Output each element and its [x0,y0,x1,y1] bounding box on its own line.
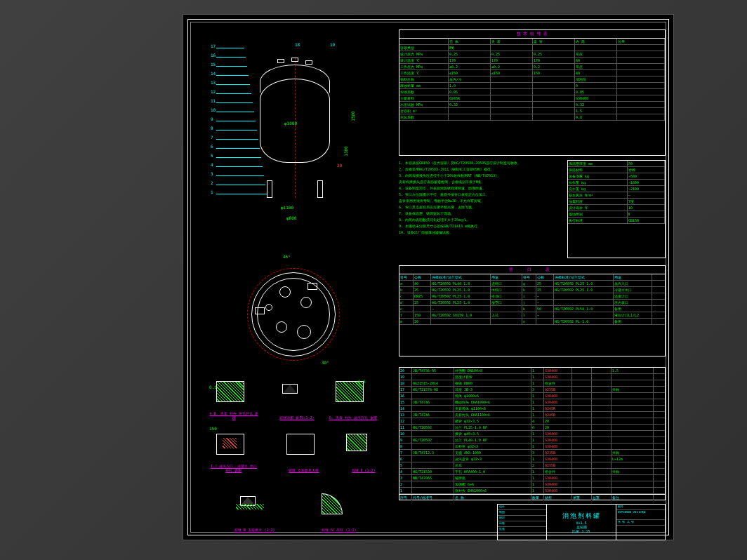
param-row: 设备净重 kg~580 [568,173,665,180]
detail-weld4-label: 焊缝 Ⅳ 吊耳 (1:2) [315,528,364,532]
callout-11: 11 [211,98,216,103]
callout-13: 13 [211,80,216,85]
parts-row: 11HG/T20592法兰 PL25-1.0 RF620 [399,425,665,431]
tb-page: 第 张 共 张 [616,520,665,526]
dim-phi-inner: φ1000 [284,121,297,126]
parts-row: 9HG/T20592法兰 PL40-1.0 RF1S30408 [399,437,665,444]
parts-row: 19温度计套管1S30408 [399,374,665,380]
nozzle-col: 用途 [614,274,652,280]
nozzle-col: 连接标准/法兰型式 [554,274,614,280]
parts-row: 10接管 φ45×3.51S30408 [399,431,665,437]
param-row: 场地类别Ⅱ [568,211,665,218]
tech-note-line: 5. 管口方位除图示平行、垂直外按管口表给定方位加工。 [399,192,560,198]
detail-ab-shape [216,381,244,402]
tech-note-line: 7. 设备保温层、铭牌安装于现场。 [399,211,560,217]
parts-row: 4HG/T21530手孔 HFA400-1.01组合件外购 [399,469,665,475]
tech-note-line: 3. 内筒焊接接头应进行不小于20%射线检测RT (NB/T47013)。 [399,173,560,179]
cad-viewport[interactable]: 1716151413121110987654321 φ1100 φ1000 φ8… [0,0,747,560]
detail-weld-1: 焊缝详图 参见Ⅰ(1:2) [272,378,322,420]
param-row: 充水重 kg~2100 [568,186,665,192]
tech-row: 工作温度 ℃≤150≤15015040 [399,70,665,76]
nozzle-table-header: 管 口 表 [399,266,665,274]
nozzle-col: 符号 [522,274,536,280]
detail-ij-label: I.J 蒸汽入口. 冷凝水 出口开孔 参图 [209,464,258,472]
callout-9: 9 [211,116,213,121]
param-row: 执行标准GB150 [568,218,665,224]
dim-phi-leg: φ800 [286,215,296,220]
signature-row: 批准 [498,527,546,533]
nozzle-table-columns: 符号公称连接标准/法兰型式用途符号公称连接标准/法兰型式用途 [399,274,665,281]
tech-row: 物料名称蒸汽/水消泡剂 [399,76,665,83]
tech-note-line: 6. 管口及支座焊后应打磨平整光滑，去除飞溅。 [399,204,560,211]
dim-6-5: 6.5 [358,379,366,384]
signature-row: 制图 [498,510,546,516]
detail-nameplate: 铭牌 支座参见大样 [279,430,329,472]
parts-col: 材料 [544,495,572,500]
dim-150: 150 [209,426,217,431]
title-block: 设计制图校对审核批准 消泡剂料罐 V=1.5 总装图 比例 1:15 图号 HG… [497,504,666,540]
callout-line-4 [216,166,263,167]
tech-col-header: 壳 体 夹 套 盘 管 内 筒 分类 [399,39,665,45]
tech-note-line: 夹套焊接接头进行表面渗透检测，合格级别不低于Ⅱ级。 [399,179,560,185]
tech-note-line: 2. 焊接采用HG/T20583-2011《钢制化工容器结构》规范。 [399,166,560,173]
nozzle-rows: a40HG/T20592 PL40-1.0进料口g25HG/T20592 PL2… [399,281,665,325]
detail-a-b: 0.5 A.B. 夹套 封头 管孔开孔 参图 [209,378,258,420]
parts-row: 3NB/T47065铭牌座1S30408 [399,475,665,481]
nozzle-row: m20 n HG/T20592 PL-1.0备用 [399,319,665,325]
parts-col: 数量 [531,495,544,500]
nozzle-row: cDN25HG/T20592 PL25-1.0排净口i— 温度计口 [399,293,665,300]
titleblock-meta: 图号 HGT20580-2011+B类 第 张 共 张 [616,505,665,540]
callout-19: 19 [330,42,335,47]
detail-weld3-label: 焊缝 Ⅲ 支座接大 (1:2) [230,528,279,532]
signature-row: 审核 [498,521,546,527]
plan-view: 45° 30° [237,258,350,371]
dim-height-2: 1300 [343,146,348,156]
plan-nozzle-a [279,286,291,298]
parts-row: 6蒸汽盘管 φ32×31S30408L≈12m [399,456,665,462]
titleblock-center: 消泡剂料罐 V=1.5 总装图 比例 1:15 [547,505,616,540]
parts-row: 18HG21515-2014视镜 DN801组合件 [399,380,665,387]
nozzle-col: 公称 [414,274,431,280]
tech-row: 腐蚀裕量 mm1.00 [399,83,665,89]
col-coil: 盘 管 [533,39,575,44]
callout-line-7 [216,139,258,140]
parts-row: 15JB/T4746椭圆封头 EHA1000×61S30408 [399,399,665,406]
callout-line-3 [216,175,264,176]
detail-weld2-label: 焊缝 Ⅱ (1:2) [339,468,388,472]
parts-row: 13JB/T4746夹套封头 EHA1100×61Q245R [399,412,665,418]
detail-ij: 150 I.J 蒸汽入口. 冷凝水 出口开孔 参图 [209,430,258,472]
nozzle-top-1 [277,59,284,63]
nozzle-col: 公称 [536,274,554,280]
col-item [399,39,449,44]
callout-18: 18 [295,42,300,47]
callout-10: 10 [211,107,216,112]
tech-note-line: 10. 设备出厂前做煤油渗漏试验。 [399,229,560,236]
detail-d: 6.5 D. 夹套 封头 蒸汽开孔 参图 [329,378,378,420]
parts-row: 14夹套筒体 φ1100×61Q245R [399,406,665,412]
nozzle-col: 符号 [399,274,414,280]
callout-12: 12 [211,89,216,94]
parts-row: 1底封头 EHA1000×61S30408 [399,488,665,494]
callout-line-16 [216,57,246,58]
nozzle-row: f150HG/T20592 SO150-1.0人孔l— 液位计口L1/L2 [399,312,665,319]
tech-row: 主要材料Q245RS30408 [399,95,665,102]
callout-1: 1 [211,189,213,194]
callout-line-5 [216,157,261,158]
dim-angle-1: 45° [283,254,291,259]
callout-line-1 [216,194,267,194]
plan-lug-left [255,307,265,314]
callout-line-9 [216,121,256,121]
detail-weld1-label: 焊缝详图 参见Ⅰ(1:2) [272,415,322,420]
col-inner: 内 筒 [575,39,617,44]
parts-row: 16筒体 φ1000×61S30408 [399,393,665,399]
parts-col: 总重 [592,495,612,500]
support-leg-right [317,180,323,198]
detail-weld-4: 焊缝 Ⅳ 吊耳 (1:2) [315,490,364,532]
param-row: 地震烈度7度 [568,199,665,205]
tech-row: 设计温度 ℃17017017060 [399,58,665,64]
parts-list-header: 序号代号/标准号名 称数量材料单重总重备注 [399,494,665,500]
detail-nameplate-label: 铭牌 支座参见大样 [279,468,329,472]
tech-note-line: 4. 设备制造完毕，外表面涂防锈底漆两道、面漆两道。 [399,185,560,192]
parts-row: 12接管 φ32×3.5420 [399,418,665,425]
tech-note-line: 盘管采用无缝管弯制，弯曲半径R≥3D，不允许有折皱。 [399,198,560,204]
